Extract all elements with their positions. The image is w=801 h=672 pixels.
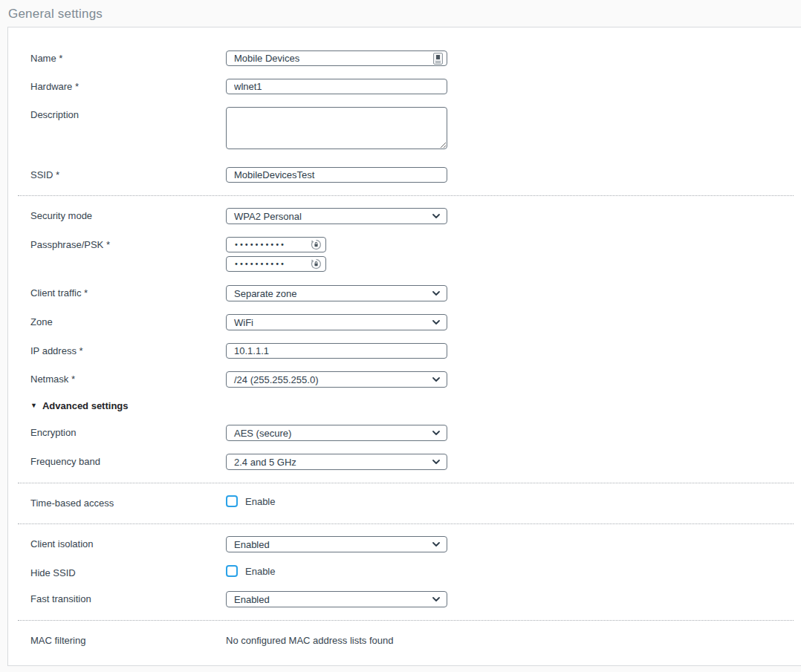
client-traffic-value: Separate zone [234,288,297,299]
netmask-select[interactable]: /24 (255.255.255.0) [226,371,447,388]
caret-down-icon: ▼ [30,401,37,411]
chevron-down-icon [432,431,440,435]
encryption-label: Encryption [30,425,226,438]
time-based-access-label: Time-based access [30,495,226,509]
zone-row: Zone WiFi [8,314,801,330]
chevron-down-icon [432,320,440,324]
client-traffic-select[interactable]: Separate zone [226,285,447,301]
fast-transition-label: Fast transition [30,591,226,604]
passphrase-row: Passphrase/PSK * [8,237,801,272]
security-mode-row: Security mode WPA2 Personal [8,208,801,224]
client-isolation-label: Client isolation [30,536,226,549]
time-based-access-row: Time-based access Enable [8,495,801,509]
ssid-input[interactable] [226,167,447,183]
ssid-label: SSID * [30,167,226,180]
ssid-row: SSID * [8,167,801,183]
security-mode-select[interactable]: WPA2 Personal [226,208,447,224]
hardware-label: Hardware * [30,79,226,92]
mac-filtering-row: MAC filtering No configured MAC address … [8,633,801,646]
hardware-row: Hardware * [8,79,801,94]
name-input[interactable] [226,50,447,66]
client-traffic-row: Client traffic * Separate zone [8,285,801,301]
security-mode-label: Security mode [30,208,226,221]
time-based-access-checkbox[interactable] [226,495,238,507]
section-divider [18,195,794,196]
advanced-settings-toggle[interactable]: ▼ Advanced settings [8,400,801,411]
mac-filtering-message: No configured MAC address lists found [226,633,393,646]
general-settings-panel: Name * Hardware * Description SSID * Sec… [7,27,801,666]
zone-select[interactable]: WiFi [226,314,447,330]
password-reveal-icon[interactable] [311,239,322,250]
fast-transition-select[interactable]: Enabled [226,591,447,607]
client-isolation-row: Client isolation Enabled [8,536,801,552]
section-divider [18,620,794,621]
name-label: Name * [30,50,226,64]
netmask-row: Netmask * /24 (255.255.255.0) [8,371,801,388]
frequency-band-label: Frequency band [30,454,226,467]
hide-ssid-enable-label: Enable [245,566,275,577]
advanced-settings-label: Advanced settings [42,400,129,411]
description-label: Description [30,107,226,120]
hardware-input[interactable] [226,79,447,94]
client-traffic-label: Client traffic * [30,285,226,299]
chevron-down-icon [432,542,440,547]
encryption-row: Encryption AES (secure) [8,425,801,441]
page-title: General settings [0,0,801,27]
encryption-value: AES (secure) [234,428,291,439]
ip-address-label: IP address * [30,343,226,356]
passphrase-label: Passphrase/PSK * [30,237,226,250]
fast-transition-value: Enabled [234,594,270,605]
section-divider [18,523,794,524]
name-row: Name * [8,50,801,66]
description-row: Description [8,107,801,152]
password-reveal-icon[interactable] [311,258,322,270]
client-isolation-value: Enabled [234,539,270,550]
hide-ssid-row: Hide SSID Enable [8,565,801,578]
client-isolation-select[interactable]: Enabled [226,536,447,552]
frequency-band-row: Frequency band 2.4 and 5 GHz [8,454,801,470]
autofill-icon[interactable] [433,53,443,65]
mac-filtering-label: MAC filtering [30,633,226,646]
ip-address-row: IP address * [8,343,801,359]
netmask-label: Netmask * [30,371,226,385]
chevron-down-icon [432,597,440,601]
chevron-down-icon [432,460,440,464]
netmask-value: /24 (255.255.255.0) [234,374,318,385]
hide-ssid-label: Hide SSID [30,565,226,578]
zone-value: WiFi [234,317,253,328]
time-based-access-enable-label: Enable [245,496,275,507]
frequency-band-value: 2.4 and 5 GHz [234,457,296,468]
frequency-band-select[interactable]: 2.4 and 5 GHz [226,454,447,470]
hide-ssid-checkbox[interactable] [226,565,238,577]
fast-transition-row: Fast transition Enabled [8,591,801,607]
chevron-down-icon [432,291,440,296]
chevron-down-icon [432,214,440,218]
description-textarea[interactable] [226,107,447,149]
ip-address-input[interactable] [226,343,447,359]
section-divider [18,483,794,483]
security-mode-value: WPA2 Personal [234,211,302,222]
encryption-select[interactable]: AES (secure) [226,425,447,441]
chevron-down-icon [432,377,440,382]
zone-label: Zone [30,314,226,327]
